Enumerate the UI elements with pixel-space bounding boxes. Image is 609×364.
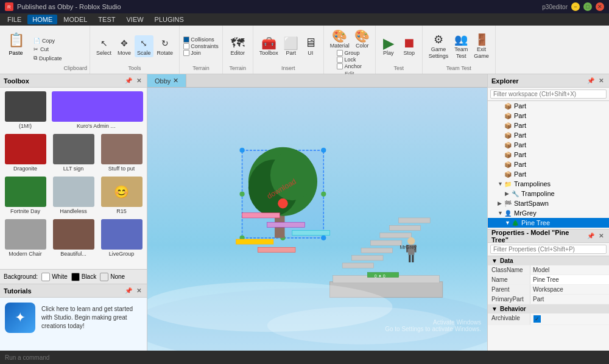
join-checkbox[interactable] — [183, 50, 189, 56]
properties-pin-icon[interactable]: 📌 — [586, 232, 595, 240]
bg-white-option[interactable]: White — [41, 273, 68, 281]
toolbox-close-icon[interactable]: ✕ — [135, 77, 143, 85]
cut-button[interactable]: ✂ Cut — [32, 46, 64, 53]
game-settings-icon: ⚙ — [432, 33, 445, 46]
tree-row[interactable]: 📦Part — [488, 159, 609, 169]
list-item[interactable]: Stuff to put — [99, 133, 144, 173]
explorer-pin-icon[interactable]: 📌 — [586, 77, 595, 85]
lock-checkbox[interactable] — [337, 57, 343, 63]
ui-button[interactable]: 🖥 UI — [301, 35, 320, 57]
collisions-checkbox[interactable] — [183, 37, 189, 43]
tree-row[interactable]: ▼📁Trampolines — [488, 179, 609, 189]
group-checkbox[interactable] — [337, 50, 343, 56]
tree-row[interactable]: 📦Part — [488, 121, 609, 130]
material-icon: 🎨 — [333, 29, 347, 43]
viewport[interactable]: 0 ✦ 0 MrGrey — [147, 88, 487, 351]
menu-view[interactable]: VIEW — [121, 15, 148, 24]
viewport-tab-obby[interactable]: Obby ✕ — [147, 74, 186, 87]
team-test-button[interactable]: 👥 TeamTest — [452, 32, 470, 61]
insert-label: Insert — [281, 64, 295, 71]
tree-row[interactable]: ▶🔧Trampoline — [488, 189, 609, 198]
menu-model[interactable]: MODEL — [58, 15, 92, 24]
minimize-button[interactable]: − — [571, 2, 580, 11]
explorer-close-icon[interactable]: ✕ — [597, 77, 605, 85]
tree-row[interactable]: 📦Part — [488, 130, 609, 140]
tutorials-close-icon[interactable]: ✕ — [135, 287, 143, 295]
bg-black-option[interactable]: Black — [71, 273, 96, 281]
list-item[interactable]: Beautiful... — [51, 218, 96, 258]
tree-row[interactable]: ▼👤MrGrey — [488, 208, 609, 218]
list-item[interactable]: LLT sign — [51, 133, 96, 173]
list-item[interactable]: Fortnite Day — [2, 175, 48, 215]
scale-button[interactable]: ⤡ Scale — [135, 35, 153, 57]
tutorials-pin-icon[interactable]: 📌 — [124, 287, 133, 295]
menu-test[interactable]: TEST — [93, 15, 120, 24]
color-button[interactable]: 🎨 Color — [353, 28, 371, 50]
svg-text:MrGrey: MrGrey — [400, 245, 417, 250]
toolbox-button[interactable]: 🧰 Toolbox — [257, 35, 281, 57]
select-button[interactable]: ↖ Select — [94, 35, 114, 57]
list-item[interactable]: LiveGroup — [99, 218, 144, 258]
bg-none-option[interactable]: None — [100, 273, 125, 281]
stop-label: Stop — [403, 50, 415, 56]
part-button[interactable]: ⬜ Part — [282, 35, 300, 57]
editor-button[interactable]: 🗺 Editor — [228, 35, 247, 57]
tools-label: Tools — [128, 64, 141, 71]
toolbox-icon: 🧰 — [262, 37, 275, 50]
svg-point-24 — [321, 236, 326, 240]
tutorials-content[interactable]: ✦ Click here to learn and get started wi… — [0, 298, 147, 338]
game-settings-button[interactable]: ⚙ GameSettings — [426, 32, 451, 61]
list-item[interactable]: Handleless — [51, 175, 96, 215]
tree-row[interactable]: ▶🏁StartSpawn — [488, 198, 609, 208]
prop-name-value[interactable]: Pine Tree — [530, 275, 609, 284]
properties-title: Properties - Model "Pine Tree" — [491, 229, 586, 243]
close-button[interactable]: ✕ — [596, 2, 604, 11]
tree-row[interactable]: 📦Part — [488, 140, 609, 150]
menu-plugins[interactable]: PLUGINS — [150, 15, 189, 24]
properties-filter-input[interactable] — [490, 245, 607, 254]
tree-row[interactable]: 📦Part — [488, 150, 609, 159]
status-bar — [0, 351, 609, 364]
menu-file[interactable]: FILE — [2, 15, 26, 24]
stop-button[interactable]: ⏹ Stop — [400, 35, 418, 57]
properties-panel: Properties - Model "Pine Tree" 📌 ✕ ▼ Dat… — [488, 229, 609, 351]
prop-archivable-value[interactable]: ✓ — [530, 313, 609, 324]
maximize-button[interactable]: □ — [583, 2, 592, 11]
toolbox-pin-icon[interactable]: 📌 — [124, 77, 133, 85]
viewport-tab-close[interactable]: ✕ — [173, 77, 178, 85]
explorer-filter-input[interactable] — [490, 89, 607, 99]
list-item[interactable]: (1M!) — [2, 90, 48, 130]
list-item[interactable]: 😊 R15 — [99, 175, 144, 215]
menu-home[interactable]: HOME — [27, 15, 57, 24]
duplicate-button[interactable]: ⧉ Duplicate — [32, 54, 64, 62]
tree-row[interactable]: 📦Part — [488, 169, 609, 179]
play-button[interactable]: ▶ Play — [379, 35, 398, 57]
list-item[interactable]: Kuro's Admin Test — [51, 90, 144, 130]
properties-close-icon[interactable]: ✕ — [597, 232, 605, 240]
list-item[interactable]: Dragonite — [2, 133, 48, 173]
svg-rect-38 — [236, 239, 273, 244]
copy-button[interactable]: 📄 Copy — [32, 37, 64, 44]
behavior-section[interactable]: ▼ Behavior — [488, 304, 609, 313]
tree-row[interactable]: 📦Part — [488, 111, 609, 121]
data-section-arrow: ▼ — [491, 257, 498, 264]
rotate-button[interactable]: ↻ Rotate — [155, 35, 176, 57]
list-item[interactable]: Modern Chair — [2, 218, 48, 258]
move-button[interactable]: ✥ Move — [115, 35, 133, 57]
svg-point-41 — [267, 307, 456, 345]
command-input[interactable] — [5, 354, 127, 361]
anchor-checkbox[interactable] — [337, 63, 343, 69]
data-section[interactable]: ▼ Data — [488, 256, 609, 265]
tree-row[interactable]: 📦Part — [488, 101, 609, 111]
material-button[interactable]: 🎨 Material — [328, 28, 352, 50]
properties-header: Properties - Model "Pine Tree" 📌 ✕ — [488, 229, 609, 243]
prop-parent: Parent Workspace — [488, 285, 609, 295]
paste-button[interactable]: 📋 Paste — [2, 28, 29, 58]
bg-black-swatch — [71, 273, 80, 281]
tree-row-selected[interactable]: ▼🌲Pine Tree — [488, 218, 609, 228]
svg-text:0 ✦ 0: 0 ✦ 0 — [375, 273, 385, 279]
constraints-checkbox[interactable] — [183, 43, 189, 49]
exit-game-button[interactable]: 🚪 ExitGame — [471, 32, 491, 61]
properties-content: ▼ Data ClassName Model Name Pine Tree Pa… — [488, 256, 609, 351]
archivable-checkbox[interactable]: ✓ — [533, 315, 541, 323]
